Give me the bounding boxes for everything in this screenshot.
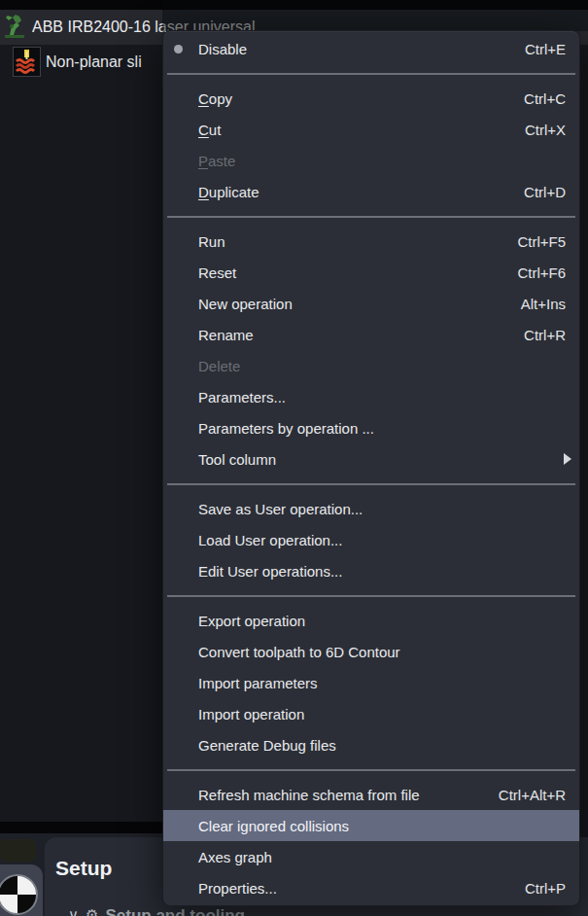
menu-item-label: Reset — [198, 264, 517, 281]
menu-item-import-operation[interactable]: Import operation — [163, 698, 579, 729]
menu-item-label: Import parameters — [198, 675, 566, 691]
menu-item-label: Export operation — [198, 613, 566, 629]
menu-item-generate-debug-files[interactable]: Generate Debug files — [163, 729, 579, 760]
menu-item-label: Refresh machine schema from file — [198, 787, 499, 803]
menu-item-label: Duplicate — [198, 184, 524, 200]
menu-item-axes-graph[interactable]: Axes graph — [163, 841, 579, 872]
menu-item-properties[interactable]: Properties...Ctrl+P — [163, 872, 579, 903]
robot-arm-icon — [2, 12, 29, 41]
menu-item-duplicate[interactable]: DuplicateCtrl+D — [163, 176, 579, 207]
menu-item-label: Parameters... — [198, 389, 566, 405]
setup-and-tooling-section[interactable]: ∨ ⚙ Setup and tooling — [68, 907, 245, 916]
menu-shadow-overlay — [162, 0, 588, 31]
menu-item-paste: Paste — [163, 145, 579, 176]
submenu-arrow-icon — [564, 453, 571, 465]
menu-item-label: Import operation — [198, 706, 566, 722]
bottom-toolbar-button[interactable] — [0, 839, 36, 862]
menu-item-delete: Delete — [163, 350, 579, 381]
non-planar-slicing-icon — [13, 47, 41, 77]
menu-item-label: Cut — [198, 122, 525, 138]
menu-separator — [167, 483, 575, 485]
menu-shortcut: Ctrl+E — [525, 41, 566, 57]
menu-item-disable[interactable]: DisableCtrl+E — [163, 33, 579, 64]
menu-item-refresh-machine-schema-from-file[interactable]: Refresh machine schema from fileCtrl+Alt… — [163, 779, 579, 810]
setup-panel-title: Setup — [55, 857, 112, 880]
menu-item-label: Parameters by operation ... — [198, 420, 566, 437]
menu-item-label: Edit User operations... — [198, 563, 566, 580]
menu-shortcut: Ctrl+F6 — [517, 264, 566, 281]
context-menu: DisableCtrl+ECopyCtrl+CCutCtrl+XPasteDup… — [162, 30, 580, 906]
menu-shortcut: Ctrl+Alt+R — [499, 787, 566, 803]
menu-item-label: Axes graph — [198, 849, 566, 865]
menu-shortcut: Ctrl+D — [524, 184, 566, 200]
menu-shortcut: Ctrl+X — [525, 122, 566, 138]
menu-item-label: Load User operation... — [198, 532, 566, 548]
menu-item-label: Convert toolpath to 6D Contour — [198, 644, 566, 660]
menu-item-new-operation[interactable]: New operationAlt+Ins — [163, 288, 579, 319]
menu-item-copy[interactable]: CopyCtrl+C — [163, 83, 579, 114]
bottom-divider-strip — [0, 822, 162, 833]
menu-item-label: Save as User operation... — [198, 501, 566, 517]
menu-item-label: New operation — [198, 296, 521, 312]
menu-separator — [167, 73, 575, 75]
tree-item-operation-label: Non-planar sli — [46, 45, 142, 80]
menu-item-parameters[interactable]: Parameters... — [163, 381, 579, 412]
menu-shortcut: Alt+Ins — [521, 296, 566, 312]
menu-item-parameters-by-operation[interactable]: Parameters by operation ... — [163, 412, 579, 443]
menu-separator — [167, 769, 575, 771]
menu-item-label: Copy — [198, 90, 524, 107]
enabled-bullet-icon — [174, 45, 183, 53]
chevron-down-icon: ∨ — [68, 907, 79, 916]
menu-item-label: Delete — [198, 358, 566, 374]
menu-item-tool-column[interactable]: Tool column — [163, 443, 579, 475]
menu-item-label: Generate Debug files — [198, 737, 566, 754]
menu-item-rename[interactable]: RenameCtrl+R — [163, 319, 579, 350]
menu-item-import-parameters[interactable]: Import parameters — [163, 667, 579, 698]
menu-item-load-user-operation[interactable]: Load User operation... — [163, 524, 579, 555]
menu-item-cut[interactable]: CutCtrl+X — [163, 114, 579, 145]
menu-item-label: Tool column — [198, 451, 566, 468]
menu-shortcut: Ctrl+R — [524, 327, 566, 343]
menu-shortcut: Ctrl+C — [524, 90, 566, 107]
menu-shortcut: Ctrl+P — [525, 880, 566, 897]
menu-item-run[interactable]: RunCtrl+F5 — [163, 226, 579, 257]
menu-item-label: Clear ignored collisions — [198, 818, 566, 834]
menu-item-label: Run — [198, 233, 517, 250]
setup-and-tooling-icon: ⚙ — [86, 907, 98, 916]
menu-item-export-operation[interactable]: Export operation — [163, 605, 579, 636]
menu-item-clear-ignored-collisions[interactable]: Clear ignored collisions — [163, 810, 579, 841]
menu-item-label: Properties... — [198, 880, 525, 897]
menu-item-edit-user-operations[interactable]: Edit User operations... — [163, 555, 579, 586]
menu-item-label: Paste — [198, 153, 566, 169]
setup-and-tooling-label: Setup and tooling — [105, 907, 245, 916]
menu-item-label: Rename — [198, 327, 524, 343]
menu-shortcut: Ctrl+F5 — [517, 233, 566, 250]
menu-item-save-as-user-operation[interactable]: Save as User operation... — [163, 493, 579, 524]
menu-separator — [167, 595, 575, 597]
menu-item-convert-toolpath-to-6d-contour[interactable]: Convert toolpath to 6D Contour — [163, 636, 579, 667]
menu-item-label: Disable — [198, 41, 525, 57]
menu-item-reset[interactable]: ResetCtrl+F6 — [163, 257, 579, 288]
menu-separator — [167, 216, 575, 218]
